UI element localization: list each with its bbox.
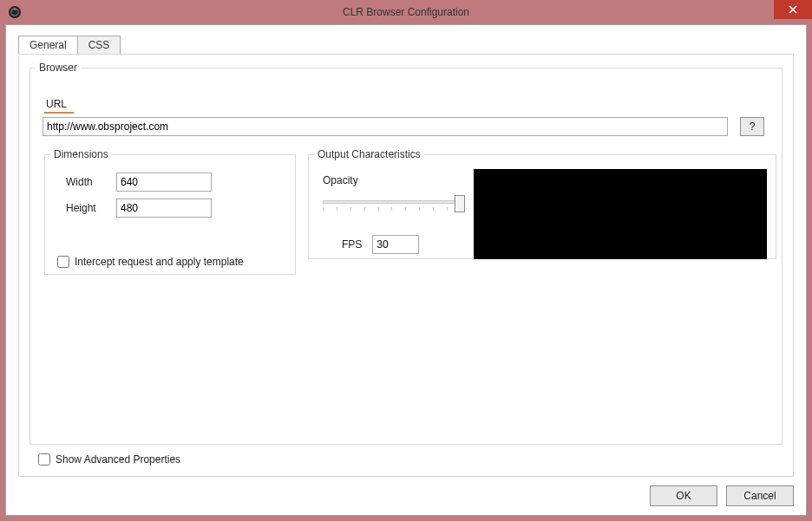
tab-css[interactable]: CSS — [77, 36, 121, 55]
width-input[interactable] — [116, 173, 212, 192]
show-advanced-checkbox[interactable] — [38, 453, 50, 466]
opacity-slider-thumb[interactable] — [455, 195, 465, 212]
client-area: GeneralCSS Browser URL ? Dimensions Widt… — [5, 24, 807, 516]
opacity-slider-track[interactable] — [323, 200, 462, 204]
dialog-button-row: OK Cancel — [650, 485, 794, 506]
cancel-button[interactable]: Cancel — [726, 485, 794, 506]
dimensions-fieldset: Dimensions Width Height Intercept reques… — [44, 148, 296, 275]
url-input[interactable] — [43, 117, 728, 136]
titlebar: CLR Browser Configuration — [0, 0, 812, 24]
intercept-checkbox[interactable] — [57, 256, 69, 268]
fps-input[interactable] — [372, 235, 419, 254]
height-label: Height — [66, 202, 104, 214]
output-fieldset: Output Characteristics Opacity FPS — [308, 148, 776, 259]
preview-area — [474, 169, 767, 259]
dimensions-legend: Dimensions — [50, 148, 112, 160]
app-icon — [7, 4, 23, 20]
tab-panel-general: Browser URL ? Dimensions Width Height In… — [18, 54, 794, 477]
url-underline — [44, 112, 74, 114]
output-legend: Output Characteristics — [314, 148, 424, 160]
intercept-label: Intercept request and apply template — [75, 256, 244, 268]
url-label: URL — [46, 98, 67, 110]
url-help-button[interactable]: ? — [740, 117, 764, 136]
browser-legend: Browser — [36, 62, 81, 74]
fps-label: FPS — [342, 238, 362, 251]
height-input[interactable] — [116, 199, 212, 218]
ok-button[interactable]: OK — [650, 485, 717, 506]
opacity-label: Opacity — [323, 174, 358, 186]
window-title: CLR Browser Configuration — [0, 6, 812, 18]
show-advanced-label: Show Advanced Properties — [56, 453, 180, 466]
svg-point-2 — [14, 8, 16, 10]
opacity-slider-ticks — [323, 207, 462, 212]
close-button[interactable] — [774, 0, 812, 19]
tab-strip: GeneralCSS — [18, 36, 812, 55]
browser-fieldset: Browser URL ? Dimensions Width Height In… — [29, 62, 783, 445]
width-label: Width — [66, 176, 104, 188]
tab-general[interactable]: General — [18, 36, 78, 55]
